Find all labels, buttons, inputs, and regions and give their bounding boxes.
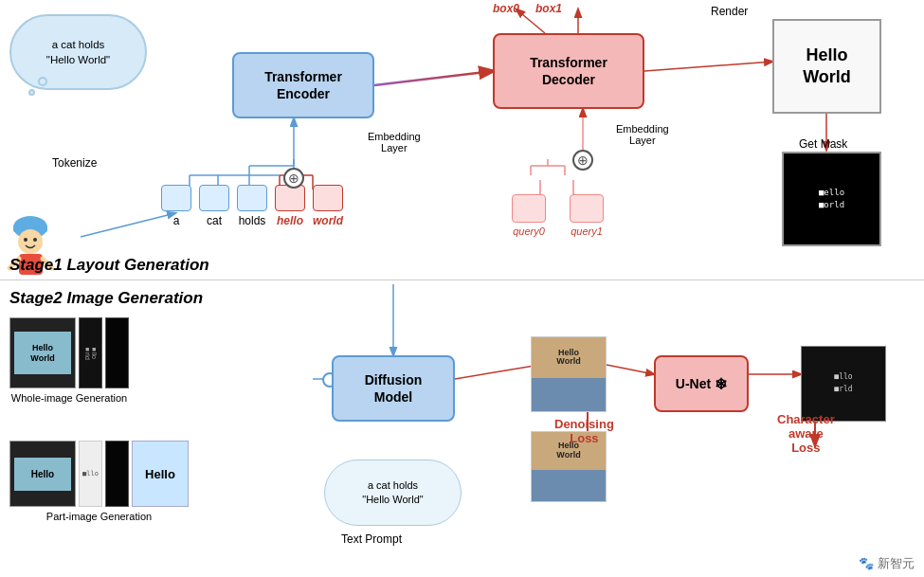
token-label-hello: hello [277,214,303,227]
query-row: query0 query1 [512,194,604,237]
embedding-label-2: EmbeddingLayer [616,123,669,146]
token-box [313,185,343,211]
token-label-a: a [173,214,180,227]
tokens-row: a cat holds hello world [161,185,343,227]
thought-text: a cat holds"Hello World" [46,37,110,67]
decoder-box: TransformerDecoder [493,33,644,109]
bubble-dot2 [28,89,35,96]
render-box: HelloWorld [772,19,881,114]
part-image-label: Part-image Generation [9,511,189,522]
get-mask-label: Get Mask [799,137,847,151]
token-box [199,185,229,211]
token-item-a: a [161,185,191,227]
unet-output-mask: ■llo■rld [801,346,886,422]
bubble-dot1 [38,77,47,86]
token-item-world: world [313,185,343,227]
character-aware-loss-label: CharacterawareLoss [777,412,835,455]
mask-box: ■ello■orld [782,152,881,246]
encoder-box: TransformerEncoder [232,52,374,118]
query-label-1: query1 [571,225,603,237]
diffusion-box: DiffusionModel [332,355,455,422]
svg-point-37 [33,238,37,242]
query-box-0 [512,194,546,223]
whole-image-strip: HelloWorld ■llo■rld Whole-image Generati… [9,317,129,404]
query-item-1: query1 [570,194,604,237]
tokenize-label: Tokenize [52,156,97,170]
token-label-cat: cat [207,214,222,227]
prompt-cloud: a cat holds"Hello World" [324,460,462,526]
part-image-strip: Hello ■llo Hello Part-image Generation [9,441,189,522]
stage1-label: Stage1 Layout Generation [9,256,209,275]
query-label-0: query0 [513,225,545,237]
divider [0,279,924,280]
text-prompt-label: Text Prompt [341,532,402,546]
watermark: 🐾 新智元 [859,555,915,572]
box0-label: box0 [493,2,519,15]
diffusion-output-cat: HelloWorld [531,336,607,412]
stage2-label: Stage2 Image Generation [9,289,203,308]
token-label-holds: holds [239,214,266,227]
plus-circle-decoder: ⊕ [572,150,593,171]
unet-box: U-Net ❄ [654,355,749,412]
query-item-0: query0 [512,194,546,237]
plus-circle-encoder: ⊕ [283,168,304,189]
main-container: a cat holds"Hello World" [0,0,924,577]
embedding-label-1: EmbeddingLayer [368,131,421,153]
whole-image-label: Whole-image Generation [9,392,129,404]
token-box [161,185,191,211]
token-item-holds: holds [237,185,267,227]
token-box [275,185,305,211]
denoising-loss-label: DenoisingLoss [554,417,614,445]
token-box [237,185,267,211]
box1-label: box1 [535,2,562,15]
thought-cloud: a cat holds"Hello World" [9,14,147,90]
query-box-1 [570,194,604,223]
token-item-cat: cat [199,185,229,227]
svg-point-36 [24,238,27,242]
stage1-section: a cat holds"Hello World" [0,0,924,279]
svg-point-35 [18,229,43,254]
thought-bubble: a cat holds"Hello World" [9,14,156,99]
mask-text: ■ello■orld [819,187,844,212]
render-label: Render [711,5,748,18]
token-item-hello: hello [275,185,305,227]
stage2-section: Stage2 Image Generation HelloWorld ■llo■… [0,284,924,577]
token-label-world: world [313,214,343,227]
